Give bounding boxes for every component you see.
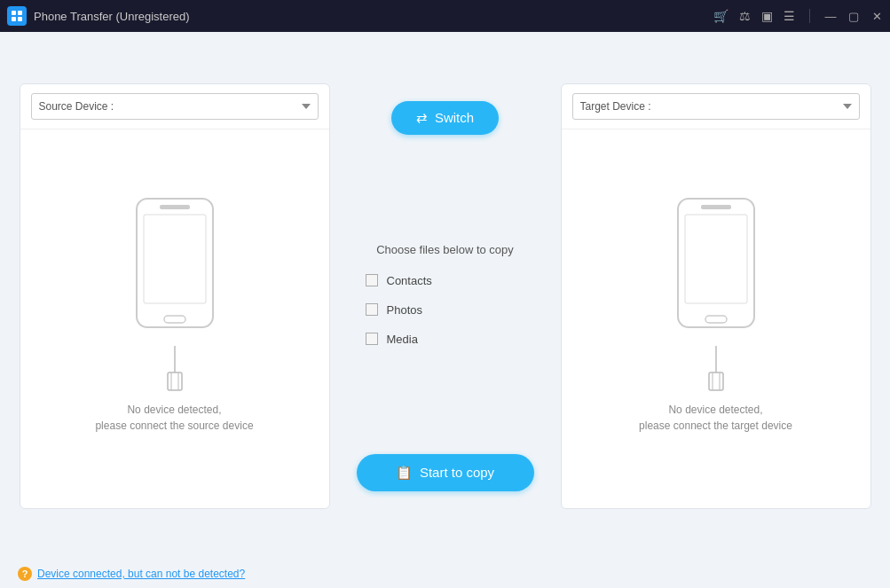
start-copy-button[interactable]: 📋 Start to copy — [357, 454, 534, 491]
contacts-option[interactable]: Contacts — [366, 274, 525, 287]
app-logo-icon — [7, 6, 27, 26]
choose-files-label: Choose files below to copy — [376, 243, 514, 256]
svg-rect-2 — [12, 17, 16, 21]
svg-rect-9 — [168, 372, 182, 390]
source-device-status: No device detected, please connect the s… — [95, 402, 253, 448]
copy-icon: 📋 — [396, 465, 413, 481]
source-select-bar: Source Device : — [20, 84, 329, 129]
source-device-illustration: No device detected, please connect the s… — [95, 129, 253, 508]
contacts-checkbox[interactable] — [366, 274, 378, 286]
svg-rect-13 — [685, 215, 747, 303]
svg-rect-1 — [18, 11, 22, 15]
photos-checkbox[interactable] — [366, 303, 378, 316]
photos-label: Photos — [387, 303, 422, 317]
source-phone-graphic — [126, 190, 224, 395]
svg-rect-14 — [701, 205, 731, 209]
target-device-select[interactable]: Target Device : — [572, 93, 860, 120]
bottom-bar: ? Device connected, but can not be detec… — [0, 560, 890, 588]
middle-panel: ⇄ Switch Choose files below to copy Cont… — [348, 83, 543, 509]
target-device-illustration: No device detected, please connect the t… — [639, 129, 792, 508]
minimize-button[interactable]: — — [824, 10, 837, 22]
contacts-label: Contacts — [387, 274, 432, 287]
target-device-status: No device detected, please connect the t… — [639, 402, 792, 448]
file-options-list: Contacts Photos Media — [348, 274, 543, 346]
svg-rect-3 — [18, 17, 22, 21]
title-bar-controls: 🛒 ⚖ ▣ ☰ — ▢ ✕ — [713, 9, 883, 23]
cart-icon[interactable]: 🛒 — [713, 9, 729, 23]
monitor-icon[interactable]: ▣ — [761, 9, 773, 23]
app-title: Phone Transfer (Unregistered) — [34, 10, 713, 23]
help-icon: ? — [18, 567, 32, 581]
media-label: Media — [387, 333, 418, 346]
copy-section: Choose files below to copy Contacts Phot… — [348, 135, 543, 454]
source-device-select[interactable]: Source Device : — [31, 93, 319, 120]
target-phone-graphic — [667, 190, 765, 395]
media-option[interactable]: Media — [366, 333, 525, 346]
switch-button[interactable]: ⇄ Switch — [391, 101, 499, 135]
title-bar: Phone Transfer (Unregistered) 🛒 ⚖ ▣ ☰ — … — [0, 0, 890, 32]
switch-icon: ⇄ — [416, 110, 428, 126]
svg-rect-17 — [709, 372, 723, 390]
transfer-layout: Source Device : — [20, 50, 871, 542]
main-content: Source Device : — [0, 32, 890, 560]
media-checkbox[interactable] — [366, 333, 378, 345]
photos-option[interactable]: Photos — [366, 303, 525, 317]
close-button[interactable]: ✕ — [870, 10, 883, 22]
source-device-panel: Source Device : — [20, 83, 330, 509]
maximize-button[interactable]: ▢ — [847, 10, 860, 22]
target-device-panel: Target Device : — [561, 83, 871, 509]
user-icon[interactable]: ⚖ — [739, 9, 751, 23]
menu-icon[interactable]: ☰ — [784, 9, 795, 23]
svg-rect-0 — [12, 11, 16, 15]
svg-rect-6 — [160, 205, 190, 209]
help-link[interactable]: Device connected, but can not be detecte… — [37, 568, 245, 580]
svg-rect-5 — [144, 215, 206, 303]
target-select-bar: Target Device : — [562, 84, 870, 129]
